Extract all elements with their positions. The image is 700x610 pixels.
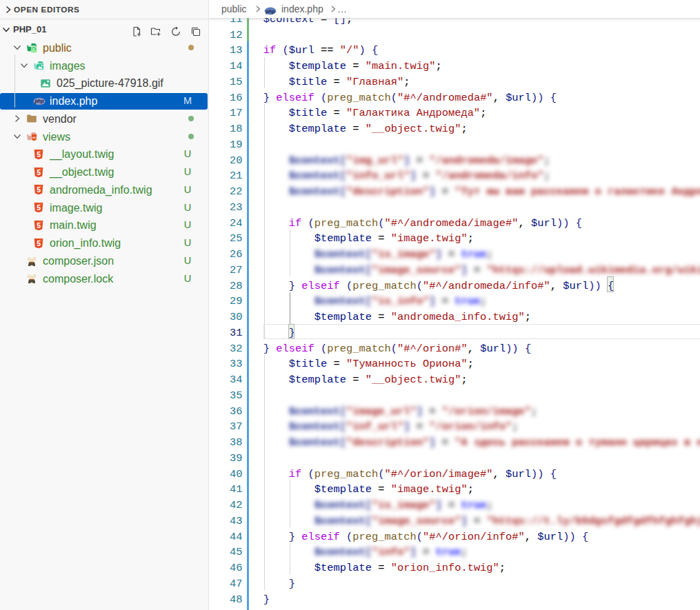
svg-text:5: 5 xyxy=(37,150,41,159)
svg-text:php: php xyxy=(265,8,275,14)
svg-text:php: php xyxy=(34,99,45,104)
svg-text:5: 5 xyxy=(37,221,41,230)
svg-text:5: 5 xyxy=(37,168,41,176)
svg-text:5: 5 xyxy=(37,203,41,212)
svg-text:5: 5 xyxy=(37,239,41,247)
svg-text:5: 5 xyxy=(37,186,41,194)
